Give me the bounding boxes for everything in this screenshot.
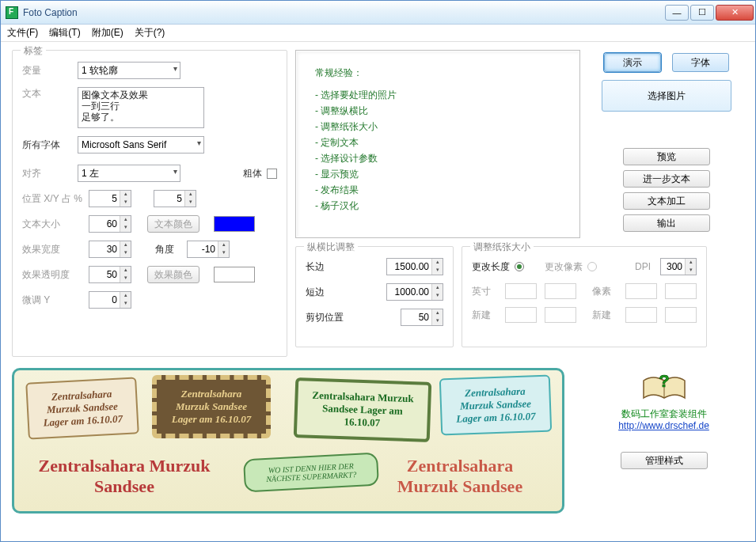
menu-attach[interactable]: 附加(E) bbox=[92, 26, 123, 40]
help-book-icon: ? bbox=[640, 371, 688, 406]
bold-label: 粗体 bbox=[243, 167, 262, 180]
short-spinner[interactable]: ▴▾ bbox=[386, 283, 443, 301]
experience-panel: 常规经验： - 选择要处理的照片 - 调整纵横比 - 调整纸张大小 - 定制文本… bbox=[295, 50, 580, 238]
dpi-spinner[interactable]: ▴▾ bbox=[660, 258, 697, 275]
short-label: 短边 bbox=[306, 286, 353, 299]
angle-label: 角度 bbox=[155, 243, 187, 256]
experience-item: - 杨子汉化 bbox=[315, 198, 560, 214]
long-spinner[interactable]: ▴▾ bbox=[386, 258, 443, 275]
opacity-label: 效果透明度 bbox=[22, 268, 78, 282]
font-label: 所有字体 bbox=[22, 138, 78, 152]
effect-color-swatch[interactable] bbox=[214, 267, 255, 282]
finey-label: 微调 Y bbox=[22, 294, 78, 307]
pixel-label: 像素 bbox=[592, 285, 617, 298]
app-window: Foto Caption — ☐ ✕ 文件(F) 编辑(T) 附加(E) 关于(… bbox=[0, 0, 756, 542]
experience-item: - 发布结果 bbox=[315, 182, 560, 198]
export-button[interactable]: 输出 bbox=[623, 214, 710, 232]
text-color-swatch[interactable] bbox=[214, 216, 255, 232]
svg-text:?: ? bbox=[659, 371, 669, 391]
text-process-button[interactable]: 文本加工 bbox=[623, 192, 710, 210]
sample-card-2: Zentralsahara Murzuk Sandsee Lager am 16… bbox=[152, 375, 271, 438]
pixel-h-input[interactable] bbox=[665, 283, 697, 299]
experience-header: 常规经验： bbox=[315, 65, 560, 81]
effectwidth-spinner[interactable]: ▴▾ bbox=[89, 241, 131, 258]
angle-spinner[interactable]: ▴▾ bbox=[187, 241, 230, 258]
aspect-groupbox: 纵横比调整 长边 ▴▾ 短边 ▴▾ 剪切位置 bbox=[295, 246, 454, 347]
menu-edit[interactable]: 编辑(T) bbox=[49, 26, 80, 40]
text-label: 文本 bbox=[22, 87, 78, 100]
label-groupbox: 标签 变量 1 软轮廓 文本 图像文本及效果 一到三行 足够了。 所有字体 Mi… bbox=[12, 50, 287, 357]
position-label: 位置 X/Y 占 % bbox=[22, 192, 89, 206]
inch-label: 英寸 bbox=[472, 285, 497, 298]
app-icon bbox=[6, 6, 18, 19]
changelen-label: 更改长度 bbox=[472, 260, 510, 274]
sample-card-3: Zentralsahara Murzuk Sandsee Lager am 16… bbox=[294, 377, 432, 442]
titlebar: Foto Caption — ☐ ✕ bbox=[1, 1, 755, 25]
aspect-legend: 纵横比调整 bbox=[304, 241, 358, 254]
sample-bigtext-2: Zentralsahara Murzuk Sandsee bbox=[377, 456, 543, 497]
new2-w-input[interactable] bbox=[625, 307, 657, 323]
bold-checkbox[interactable] bbox=[267, 169, 277, 179]
sample-speech: WO IST DENN HIER DER NÄCHSTE SUPERMARKT? bbox=[243, 453, 379, 493]
experience-item: - 选择要处理的照片 bbox=[315, 87, 560, 103]
inch-w-input[interactable] bbox=[505, 283, 537, 299]
new1-w-input[interactable] bbox=[505, 307, 537, 323]
changepx-label: 更改像素 bbox=[545, 260, 583, 274]
position-y-spinner[interactable]: ▴▾ bbox=[154, 190, 196, 207]
font-button[interactable]: 字体 bbox=[672, 53, 729, 72]
experience-item: - 调整纵横比 bbox=[315, 103, 560, 119]
finey-spinner[interactable]: ▴▾ bbox=[89, 291, 131, 309]
inch-h-input[interactable] bbox=[545, 283, 576, 299]
sample-card-1: Zentralsahara Murzuk Sandsee Lager am 16… bbox=[25, 377, 139, 439]
position-x-spinner[interactable]: ▴▾ bbox=[89, 190, 131, 207]
align-label: 对齐 bbox=[22, 167, 78, 180]
new1-label: 新建 bbox=[472, 309, 497, 322]
align-dropdown[interactable]: 1 左 bbox=[78, 165, 180, 182]
variable-dropdown[interactable]: 1 软轮廓 bbox=[78, 62, 180, 79]
window-title: Foto Caption bbox=[23, 7, 665, 18]
experience-item: - 显示预览 bbox=[315, 166, 560, 182]
manage-style-button[interactable]: 管理样式 bbox=[621, 452, 708, 469]
effectwidth-label: 效果宽度 bbox=[22, 243, 78, 256]
opacity-spinner[interactable]: ▴▾ bbox=[89, 266, 131, 283]
variable-label: 变量 bbox=[22, 64, 78, 78]
papersize-legend: 调整纸张大小 bbox=[470, 241, 534, 254]
new1-h-input[interactable] bbox=[545, 307, 576, 323]
sample-card-4: Zentralsahara Murzuk Sandsee Lager am 16… bbox=[439, 375, 552, 436]
preview-button[interactable]: 预览 bbox=[623, 148, 710, 165]
website-link[interactable]: http://www.drschef.de bbox=[618, 420, 709, 431]
text-textarea[interactable]: 图像文本及效果 一到三行 足够了。 bbox=[78, 87, 204, 128]
sample-bigtext-1: Zentralsahara Murzuk Sandsee bbox=[33, 456, 215, 497]
crop-label: 剪切位置 bbox=[306, 311, 353, 324]
crop-spinner[interactable]: ▴▾ bbox=[401, 309, 443, 326]
experience-item: - 调整纸张大小 bbox=[315, 119, 560, 135]
changepx-radio[interactable] bbox=[587, 262, 597, 271]
textsize-label: 文本大小 bbox=[22, 218, 78, 231]
papersize-groupbox: 调整纸张大小 更改长度 更改像素 DPI ▴▾ 英寸 bbox=[462, 246, 707, 347]
demo-button[interactable]: 演示 bbox=[604, 53, 661, 72]
dpi-label: DPI bbox=[635, 261, 651, 272]
new2-h-input[interactable] bbox=[665, 307, 697, 323]
more-text-button[interactable]: 进一步文本 bbox=[623, 170, 710, 188]
sample-banner: Zentralsahara Murzuk Sandsee Lager am 16… bbox=[12, 368, 564, 514]
effect-color-button[interactable]: 效果颜色 bbox=[147, 266, 199, 283]
changelen-radio[interactable] bbox=[515, 262, 524, 271]
label-legend: 标签 bbox=[21, 44, 46, 58]
experience-item: - 选择设计参数 bbox=[315, 150, 560, 166]
text-color-button[interactable]: 文本颜色 bbox=[147, 215, 199, 233]
menubar: 文件(F) 编辑(T) 附加(E) 关于(?) bbox=[1, 25, 755, 42]
new2-label: 新建 bbox=[592, 309, 617, 322]
choose-image-button[interactable]: 选择图片 bbox=[602, 80, 731, 112]
pixel-w-input[interactable] bbox=[625, 283, 657, 299]
menu-about[interactable]: 关于(?) bbox=[135, 26, 165, 40]
textsize-spinner[interactable]: ▴▾ bbox=[89, 215, 131, 233]
font-dropdown[interactable]: Microsoft Sans Serif bbox=[78, 136, 204, 154]
minimize-button[interactable]: — bbox=[665, 5, 689, 21]
close-button[interactable]: ✕ bbox=[716, 5, 754, 21]
experience-item: - 定制文本 bbox=[315, 135, 560, 150]
long-label: 长边 bbox=[306, 260, 353, 274]
suite-text: 数码工作室套装组件 bbox=[621, 407, 707, 420]
maximize-button[interactable]: ☐ bbox=[690, 5, 714, 21]
menu-file[interactable]: 文件(F) bbox=[7, 26, 38, 40]
